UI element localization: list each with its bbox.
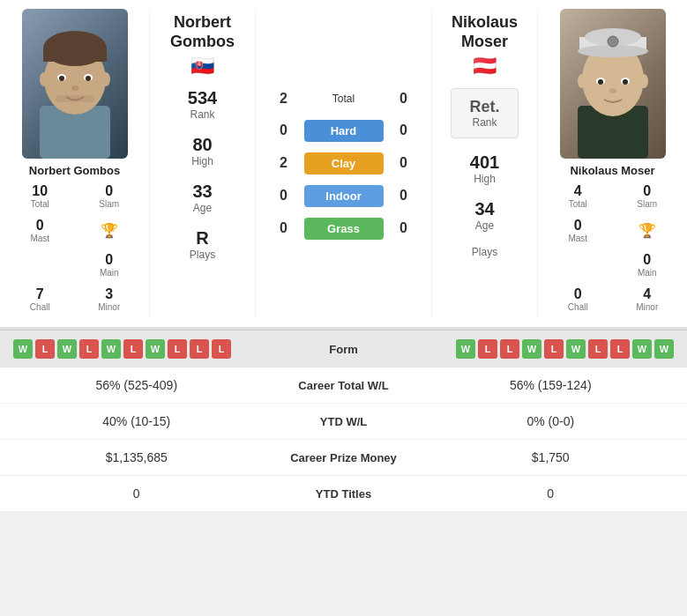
right-indoor-score: 0	[391, 188, 417, 204]
right-player-section: Nikolaus Moser 4 Total 0 Slam 0 Mast 🏆	[537, 9, 687, 318]
form-section: WLWLWLWLLL Form WLLWLWLLWW	[0, 330, 687, 367]
right-total-stat: 4 Total	[545, 181, 611, 212]
svg-point-26	[639, 74, 648, 88]
stats-label: Career Prize Money	[256, 451, 432, 464]
indoor-row: 0 Indoor 0	[256, 185, 431, 207]
right-clay-score: 0	[391, 155, 417, 171]
right-main-stat: 0 Main	[615, 249, 681, 280]
form-badge-left: L	[212, 339, 231, 359]
left-hard-score: 0	[271, 122, 297, 138]
stats-left-value: 40% (10-15)	[18, 414, 256, 428]
form-label: Form	[291, 343, 397, 356]
svg-point-8	[86, 76, 91, 81]
stats-label: YTD Titles	[256, 487, 432, 501]
form-badge-left: W	[57, 339, 77, 359]
form-badge-left: L	[79, 339, 99, 359]
form-badge-right: L	[588, 339, 608, 359]
form-badge-left: L	[168, 339, 187, 359]
hard-row: 0 Hard 0	[256, 120, 431, 142]
svg-point-11	[101, 72, 110, 86]
stats-left-value: 56% (525-409)	[18, 378, 256, 392]
right-plays-stat: Plays	[472, 246, 497, 258]
right-mast-stat: 0 Mast	[545, 215, 611, 246]
court-results: 2 Total 0 0 Hard 0 2 Clay 0 0 Indoor 0 0	[256, 9, 431, 318]
svg-point-27	[608, 36, 618, 47]
player-comparison: Norbert Gombos 10 Total 0 Slam 0 Mast 🏆	[0, 0, 687, 330]
form-badge-right: W	[456, 339, 475, 359]
form-badge-left: L	[190, 339, 209, 359]
right-stats-grid: 4 Total 0 Slam 0 Mast 🏆 0 Main	[538, 177, 687, 318]
stats-right-value: 0	[432, 486, 670, 501]
right-chall-stat: 0 Chall	[545, 284, 611, 315]
right-age-stat: 34 Age	[474, 199, 494, 232]
stats-row: 0 YTD Titles 0	[0, 476, 687, 512]
right-center-panel: Nikolaus Moser 🇦🇹 Ret. Rank 401 High 34 …	[431, 9, 537, 318]
stats-right-value: 56% (159-124)	[432, 378, 670, 392]
left-total-score: 2	[271, 91, 297, 107]
indoor-badge: Indoor	[304, 185, 384, 207]
svg-point-10	[40, 72, 49, 86]
svg-point-25	[578, 74, 586, 88]
left-mast-stat: 0 Mast	[7, 215, 73, 246]
total-row: 2 Total 0	[256, 88, 431, 109]
right-rank-box: Ret. Rank	[451, 88, 518, 138]
right-player-photo	[560, 9, 666, 159]
left-total-stat: 10 Total	[7, 181, 73, 212]
svg-rect-4	[43, 48, 107, 62]
grass-badge: Grass	[304, 218, 384, 240]
left-form-badges: WLWLWLWLLL	[13, 339, 291, 359]
svg-point-23	[623, 79, 628, 85]
main-container: Norbert Gombos 10 Total 0 Slam 0 Mast 🏆	[0, 0, 687, 512]
stats-left-value: $1,135,685	[18, 450, 256, 464]
svg-point-7	[59, 76, 64, 81]
left-center-panel: Norbert Gombos 🇸🇰 534 Rank 80 High 33 Ag…	[150, 9, 256, 318]
stats-rows: 56% (525-409) Career Total W/L 56% (159-…	[0, 367, 687, 512]
svg-point-9	[71, 85, 78, 91]
left-grass-score: 0	[271, 220, 297, 236]
form-badge-left: L	[35, 339, 55, 359]
clay-badge: Clay	[304, 152, 384, 174]
total-badge: Total	[304, 88, 384, 109]
clay-row: 2 Clay 0	[256, 152, 431, 174]
left-main-stat: 0 Main	[77, 249, 143, 280]
left-plays-stat: R Plays	[190, 228, 215, 261]
form-badge-right: L	[610, 339, 630, 359]
left-flag: 🇸🇰	[190, 55, 214, 78]
right-hard-score: 0	[391, 122, 417, 138]
left-indoor-score: 0	[271, 188, 297, 204]
stats-label: Career Total W/L	[256, 379, 432, 392]
right-center-name: Nikolaus Moser	[452, 13, 518, 51]
right-high-stat: 401 High	[470, 152, 499, 185]
right-form-badges: WLLWLWLLWW	[397, 339, 675, 359]
stats-label: YTD W/L	[256, 415, 432, 428]
stats-right-value: 0% (0-0)	[432, 414, 670, 428]
form-badge-right: W	[632, 339, 652, 359]
right-grass-score: 0	[391, 220, 417, 236]
right-total-score: 0	[391, 91, 417, 107]
hard-badge: Hard	[304, 120, 384, 142]
grass-row: 0 Grass 0	[256, 218, 431, 240]
right-flag: 🇦🇹	[473, 55, 497, 78]
left-player-name: Norbert Gombos	[29, 164, 120, 177]
form-badge-right: W	[654, 339, 674, 359]
left-minor-stat: 3 Minor	[77, 284, 143, 315]
right-player-name: Nikolaus Moser	[570, 164, 654, 177]
left-chall-stat: 7 Chall	[7, 284, 73, 315]
form-badge-left: W	[101, 339, 121, 359]
svg-point-22	[598, 79, 603, 85]
form-badge-right: L	[500, 339, 519, 359]
left-center-name: Norbert Gombos	[170, 13, 235, 51]
left-slam-stat: 0 Slam	[77, 181, 143, 212]
left-player-section: Norbert Gombos 10 Total 0 Slam 0 Mast 🏆	[0, 9, 150, 318]
stats-row: 40% (10-15) YTD W/L 0% (0-0)	[0, 404, 687, 440]
form-badge-right: L	[544, 339, 564, 359]
left-rank-stat: 534 Rank	[188, 88, 217, 121]
left-age-stat: 33 Age	[192, 182, 212, 214]
stats-row: 56% (525-409) Career Total W/L 56% (159-…	[0, 367, 687, 404]
left-clay-score: 2	[271, 155, 297, 171]
left-trophy-icon: 🏆	[77, 215, 143, 246]
form-badge-left: W	[146, 339, 165, 359]
form-badge-right: L	[478, 339, 497, 359]
form-badge-left: L	[123, 339, 143, 359]
form-badge-left: W	[13, 339, 33, 359]
